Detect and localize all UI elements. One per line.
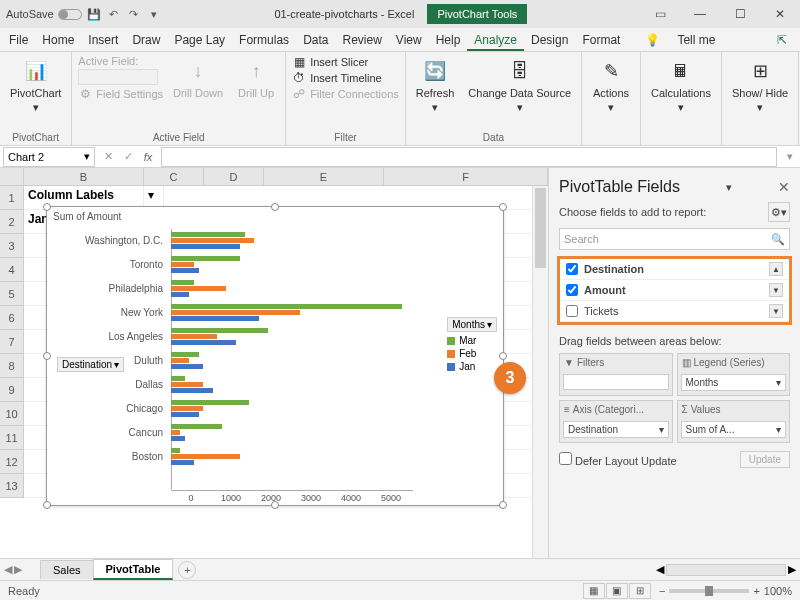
- resize-handle[interactable]: [43, 501, 51, 509]
- tell-me-search[interactable]: 💡Tell me: [631, 25, 729, 55]
- col-header[interactable]: F: [384, 168, 548, 186]
- tab-file[interactable]: File: [2, 29, 35, 51]
- share-button[interactable]: ⇱: [770, 29, 794, 51]
- insert-slicer-button[interactable]: ▦Insert Slicer: [292, 55, 399, 69]
- row-header[interactable]: 4: [0, 258, 24, 282]
- field-item[interactable]: Tickets▼: [560, 301, 789, 322]
- resize-handle[interactable]: [43, 203, 51, 211]
- zoom-level[interactable]: 100%: [764, 585, 792, 597]
- vertical-scrollbar[interactable]: [532, 186, 548, 558]
- field-pill[interactable]: Months▾: [681, 374, 787, 391]
- horizontal-scrollbar[interactable]: [666, 564, 786, 576]
- col-header[interactable]: C: [144, 168, 204, 186]
- active-field-input[interactable]: [78, 69, 158, 85]
- row-header[interactable]: 8: [0, 354, 24, 378]
- calculations-button[interactable]: 🖩Calculations▾: [647, 55, 715, 116]
- close-button[interactable]: ✕: [760, 0, 800, 28]
- insert-timeline-button[interactable]: ⏱Insert Timeline: [292, 71, 399, 85]
- hscroll-right-icon[interactable]: ▶: [788, 563, 796, 576]
- pivotchart-button[interactable]: 📊 PivotChart▾: [6, 55, 65, 116]
- normal-view-icon[interactable]: ▦: [583, 583, 605, 599]
- worksheet[interactable]: B C D E F 12345678910111213 Column Label…: [0, 168, 548, 558]
- pivotchart[interactable]: Sum of Amount Washington, D.C.TorontoPhi…: [46, 206, 504, 506]
- fx-icon[interactable]: fx: [138, 147, 158, 167]
- close-pane-icon[interactable]: ✕: [778, 179, 790, 195]
- row-header[interactable]: 5: [0, 282, 24, 306]
- tab-formulas[interactable]: Formulas: [232, 29, 296, 51]
- resize-handle[interactable]: [43, 352, 51, 360]
- row-header[interactable]: 13: [0, 474, 24, 498]
- save-icon[interactable]: 💾: [86, 6, 102, 22]
- resize-handle[interactable]: [499, 501, 507, 509]
- zoom-in-icon[interactable]: +: [753, 585, 759, 597]
- refresh-button[interactable]: 🔄Refresh▾: [412, 55, 459, 116]
- legend-field-button[interactable]: Months▾: [447, 317, 497, 332]
- cancel-icon[interactable]: ✕: [98, 147, 118, 167]
- axis-field-button[interactable]: Destination▾: [57, 357, 124, 372]
- expand-formula-icon[interactable]: ▾: [780, 147, 800, 167]
- row-header[interactable]: 1: [0, 186, 24, 210]
- redo-icon[interactable]: ↷: [126, 6, 142, 22]
- tab-view[interactable]: View: [389, 29, 429, 51]
- field-item[interactable]: Destination▲: [560, 259, 789, 280]
- sheet-tab-sales[interactable]: Sales: [40, 560, 94, 579]
- tab-design[interactable]: Design: [524, 29, 575, 51]
- gear-icon[interactable]: ⚙▾: [768, 202, 790, 222]
- actions-button[interactable]: ✎Actions▾: [588, 55, 634, 116]
- tab-help[interactable]: Help: [429, 29, 468, 51]
- resize-handle[interactable]: [271, 203, 279, 211]
- scroll-thumb[interactable]: [535, 188, 546, 268]
- row-header[interactable]: 2: [0, 210, 24, 234]
- formula-input[interactable]: [161, 147, 777, 167]
- zoom-slider[interactable]: [669, 589, 749, 593]
- field-settings-button[interactable]: ⚙Field Settings: [78, 87, 163, 101]
- row-header[interactable]: 12: [0, 450, 24, 474]
- add-sheet-button[interactable]: +: [178, 561, 196, 579]
- field-item[interactable]: Amount▼: [560, 280, 789, 301]
- fields-search[interactable]: Search 🔍: [559, 228, 790, 250]
- defer-update-checkbox[interactable]: Defer Layout Update: [559, 452, 677, 467]
- tab-home[interactable]: Home: [35, 29, 81, 51]
- row-header[interactable]: 3: [0, 234, 24, 258]
- tab-insert[interactable]: Insert: [81, 29, 125, 51]
- tab-review[interactable]: Review: [335, 29, 388, 51]
- col-header[interactable]: B: [24, 168, 144, 186]
- row-header[interactable]: 11: [0, 426, 24, 450]
- show-hide-button[interactable]: ⊞Show/ Hide▾: [728, 55, 792, 116]
- col-header[interactable]: D: [204, 168, 264, 186]
- pane-menu-icon[interactable]: ▾: [726, 181, 732, 194]
- col-header[interactable]: E: [264, 168, 384, 186]
- undo-icon[interactable]: ↶: [106, 6, 122, 22]
- tab-format[interactable]: Format: [575, 29, 627, 51]
- hscroll-left-icon[interactable]: ◀: [656, 563, 664, 576]
- page-break-icon[interactable]: ⊞: [629, 583, 651, 599]
- tab-nav-next-icon[interactable]: ▶: [14, 563, 22, 576]
- legend-area[interactable]: ▥Legend (Series) Months▾: [677, 353, 791, 396]
- row-header[interactable]: 10: [0, 402, 24, 426]
- name-box[interactable]: Chart 2▾: [3, 147, 95, 167]
- tab-pagelayout[interactable]: Page Lay: [167, 29, 232, 51]
- autosave-toggle[interactable]: AutoSave: [6, 8, 82, 20]
- field-pill[interactable]: Destination▾: [563, 421, 669, 438]
- resize-handle[interactable]: [499, 203, 507, 211]
- page-layout-icon[interactable]: ▣: [606, 583, 628, 599]
- tab-nav-prev-icon[interactable]: ◀: [4, 563, 12, 576]
- tab-draw[interactable]: Draw: [125, 29, 167, 51]
- tab-data[interactable]: Data: [296, 29, 335, 51]
- qat-dropdown-icon[interactable]: ▾: [146, 6, 162, 22]
- select-all[interactable]: [0, 168, 24, 186]
- tab-analyze[interactable]: Analyze: [467, 29, 524, 51]
- field-pill[interactable]: Sum of A...▾: [681, 421, 787, 438]
- enter-icon[interactable]: ✓: [118, 147, 138, 167]
- axis-area[interactable]: ≡Axis (Categori... Destination▾: [559, 400, 673, 443]
- filters-area[interactable]: ▼Filters: [559, 353, 673, 396]
- row-header[interactable]: 9: [0, 378, 24, 402]
- zoom-out-icon[interactable]: −: [659, 585, 665, 597]
- row-header[interactable]: 7: [0, 330, 24, 354]
- row-header[interactable]: 6: [0, 306, 24, 330]
- sheet-tab-pivottable[interactable]: PivotTable: [93, 559, 174, 580]
- resize-handle[interactable]: [499, 352, 507, 360]
- values-area[interactable]: ΣValues Sum of A...▾: [677, 400, 791, 443]
- change-source-button[interactable]: 🗄Change Data Source▾: [464, 55, 575, 116]
- update-button[interactable]: Update: [740, 451, 790, 468]
